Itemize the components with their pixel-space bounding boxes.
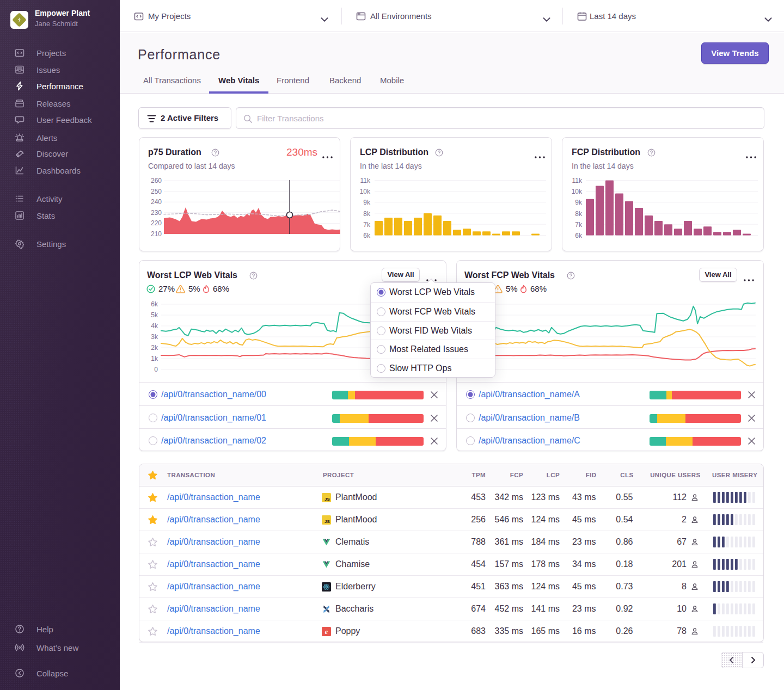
svg-text:e: e [325, 628, 328, 636]
svg-text:JS: JS [324, 519, 330, 524]
svg-text:JS: JS [324, 497, 330, 502]
